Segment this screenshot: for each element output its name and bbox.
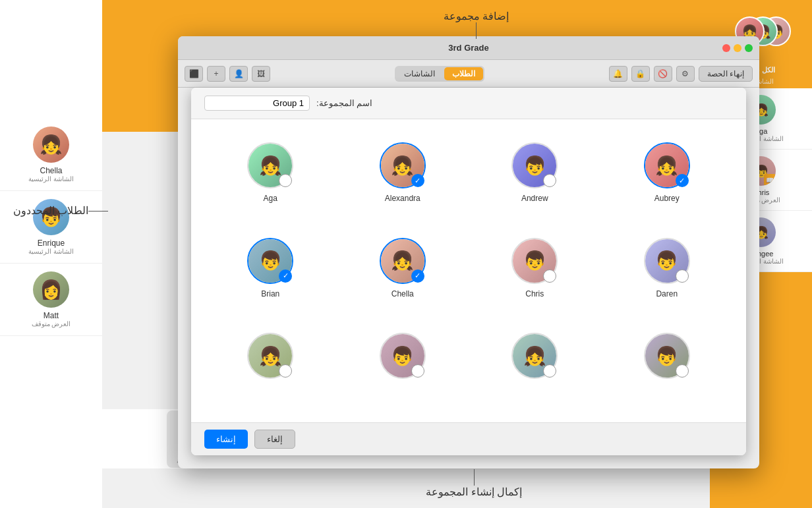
left-status-matt: العرض متوقف: [32, 320, 71, 327]
student-cell-r3[interactable]: 👦: [337, 323, 469, 409]
student-cell-brian[interactable]: 👦 ✓ Brian: [204, 228, 337, 324]
window-title-bar: 3rd Grade: [178, 36, 759, 60]
tl-red[interactable]: [722, 44, 730, 52]
student-name-aubrey: Aubrey: [654, 194, 680, 203]
bell-icon-btn[interactable]: 🔔: [609, 66, 627, 82]
callout-complete-text: إكمال إنشاء المجموعة: [426, 486, 522, 497]
avatar-wrapper-daren: 👦: [644, 238, 690, 284]
avatar-wrapper-aga: 👧: [247, 142, 293, 188]
check-chella: ✓: [411, 269, 424, 283]
block-icon-btn[interactable]: 🚫: [654, 66, 672, 82]
avatar-wrapper-andrew: 👦: [511, 142, 558, 188]
callout-line-selected: [88, 211, 108, 212]
student-cell-chris[interactable]: 👦 Chris: [469, 228, 601, 324]
students-grid: 👧 ✓ Aubrey 👦 Andrew 👧: [191, 119, 746, 422]
toolbar-left: ⬛ + 👤 🖼: [185, 66, 270, 82]
check-alexandra: ✓: [411, 174, 424, 187]
check-chris: [543, 269, 556, 283]
check-brian: ✓: [279, 269, 292, 283]
student-name-daren: Daren: [656, 289, 678, 298]
main-window: 3rd Grade ⬛ + 👤 🖼 الشاشات الطلاب 🔔 🔒 🚫 ⚙…: [178, 36, 759, 468]
student-cell-andrew[interactable]: 👦 Andrew: [469, 132, 601, 228]
left-sidebar: 👧 Chella الشاشة الرئيسية 👦 Enrique الشاش…: [0, 0, 102, 508]
tab-students[interactable]: الطلاب: [444, 67, 483, 80]
student-name-alexandra: Alexandra: [385, 194, 420, 203]
group-name-row: اسم المجموعة:: [191, 88, 746, 119]
app-icon-btn[interactable]: ⚙: [676, 66, 695, 82]
tl-yellow[interactable]: [734, 44, 741, 52]
toolbar: ⬛ + 👤 🖼 الشاشات الطلاب 🔔 🔒 🚫 ⚙ إنهاء الح…: [178, 60, 759, 88]
check-r4: [279, 364, 292, 378]
callout-complete: إكمال إنشاء المجموعة: [426, 486, 522, 498]
check-r3: [411, 364, 424, 378]
left-status-chella: الشاشة الرئيسية: [28, 175, 74, 183]
tl-green[interactable]: [745, 44, 753, 52]
avatar-wrapper-brian: 👦 ✓: [247, 238, 293, 284]
toolbar-right: 🔔 🔒 🚫 ⚙ إنهاء الحصة: [609, 66, 753, 82]
student-cell-r1[interactable]: 👦: [601, 323, 734, 409]
left-name-matt: Matt: [44, 311, 59, 320]
cancel-button[interactable]: إلغاء: [254, 430, 295, 449]
avatar-wrapper-r2: 👧: [511, 333, 558, 379]
callout-add-group-text: إضافة مجموعة: [444, 11, 509, 22]
student-name-chris: Chris: [525, 289, 544, 298]
student-cell-chella[interactable]: 👧 ✓ Chella: [337, 228, 469, 324]
avatar-wrapper-r3: 👦: [380, 333, 426, 379]
student-cell-r2[interactable]: 👧: [469, 323, 601, 409]
callout-line-complete: [474, 469, 475, 486]
image-button[interactable]: 🖼: [252, 66, 270, 82]
student-name-chella: Chella: [392, 289, 414, 298]
create-button[interactable]: إنشاء: [204, 430, 248, 449]
check-daren: [676, 269, 689, 283]
group-dialog: اسم المجموعة: 👧 ✓ Aubrey 👦: [191, 88, 746, 455]
left-name-enrique: Enrique: [38, 239, 65, 248]
callout-selected-text: الطلاب المحددون: [13, 205, 88, 216]
dialog-bottom: إنشاء إلغاء: [191, 422, 746, 455]
left-student-enrique[interactable]: 👦 Enrique الشاشة الرئيسية: [0, 191, 102, 264]
student-cell-r4[interactable]: 👧: [204, 323, 337, 409]
left-name-chella: Chella: [40, 166, 62, 175]
callout-line-add: [476, 22, 477, 39]
student-cell-daren[interactable]: 👦 Daren: [601, 228, 734, 324]
check-aubrey: ✓: [676, 174, 689, 187]
check-andrew: [543, 174, 556, 187]
left-student-matt[interactable]: 👩 Matt العرض متوقف: [0, 264, 102, 336]
avatar-wrapper-r4: 👧: [247, 333, 293, 379]
student-cell-alexandra[interactable]: 👧 ✓ Alexandra: [337, 132, 469, 228]
group-name-input[interactable]: [204, 96, 310, 111]
avatar-wrapper-chella: 👧 ✓: [380, 238, 426, 284]
left-avatar-matt: 👩: [33, 271, 69, 308]
student-cell-aubrey[interactable]: 👧 ✓ Aubrey: [601, 132, 734, 228]
person-button[interactable]: 👤: [229, 66, 248, 82]
avatar-wrapper-alexandra: 👧 ✓: [380, 142, 426, 188]
student-name-andrew: Andrew: [521, 194, 548, 203]
left-avatar-chella: 👧: [33, 127, 69, 163]
callout-selected: الطلاب المحددون: [13, 204, 88, 217]
group-name-label: اسم المجموعة:: [316, 98, 372, 108]
student-name-brian: Brian: [261, 289, 279, 298]
traffic-lights: [722, 44, 753, 52]
book-badge-chris: 📖: [764, 174, 776, 186]
left-student-chella[interactable]: 👧 Chella الشاشة الرئيسية: [0, 119, 102, 191]
check-aga: [279, 174, 292, 187]
tab-screens[interactable]: الشاشات: [396, 67, 443, 80]
avatar-wrapper-aubrey: 👧 ✓: [644, 142, 690, 188]
student-cell-aga[interactable]: 👧 Aga: [204, 132, 337, 228]
avatar-wrapper-r1: 👦: [644, 333, 690, 379]
callout-add-group: إضافة مجموعة: [444, 10, 509, 22]
add-button[interactable]: +: [207, 66, 225, 82]
student-name-aga: Aga: [264, 194, 277, 203]
avatar-wrapper-chris: 👦: [511, 238, 558, 284]
window-title: 3rd Grade: [448, 43, 488, 53]
check-r2: [543, 364, 556, 378]
end-session-button[interactable]: إنهاء الحصة: [699, 66, 753, 82]
left-status-enrique: الشاشة الرئيسية: [28, 248, 74, 255]
lock-icon-btn[interactable]: 🔒: [631, 66, 650, 82]
tab-group: الشاشات الطلاب: [395, 66, 484, 82]
check-r1: [676, 364, 689, 378]
screen-button[interactable]: ⬛: [185, 66, 203, 82]
